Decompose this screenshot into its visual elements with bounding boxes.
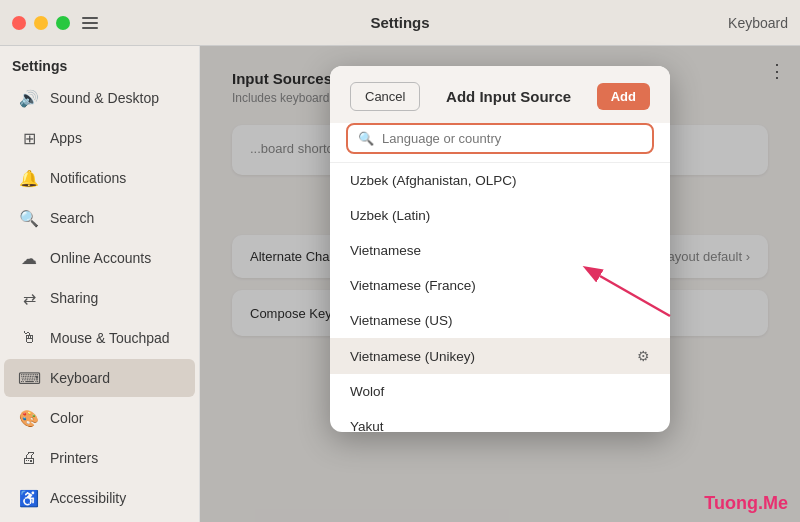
search-icon: 🔍	[20, 209, 38, 227]
sidebar-item-printers[interactable]: 🖨 Printers	[4, 439, 195, 477]
gear-icon[interactable]: ⚙	[637, 348, 650, 364]
sidebar-label-mouse: Mouse & Touchpad	[50, 330, 170, 346]
color-icon: 🎨	[20, 409, 38, 427]
sidebar-item-search[interactable]: 🔍 Search	[4, 199, 195, 237]
sidebar-item-accessibility[interactable]: ♿ Accessibility	[4, 479, 195, 517]
sidebar-item-keyboard[interactable]: ⌨ Keyboard	[4, 359, 195, 397]
dialog-overlay: Cancel Add Input Source Add 🔍 Uzbek (Afg…	[200, 46, 800, 522]
list-item-label: Uzbek (Afghanistan, OLPC)	[350, 173, 517, 188]
main-content: Input Sources Includes keyboard layouts …	[200, 0, 800, 522]
sidebar-item-sound[interactable]: 🔊 Sound & Desktop	[4, 79, 195, 117]
sidebar-item-notifications[interactable]: 🔔 Notifications	[4, 159, 195, 197]
minimize-button[interactable]	[34, 16, 48, 30]
sidebar-label-apps: Apps	[50, 130, 82, 146]
hamburger-menu[interactable]	[78, 13, 102, 33]
watermark: Tuong.Me	[704, 493, 788, 514]
add-button[interactable]: Add	[597, 83, 650, 110]
title-bar: Settings Keyboard	[0, 0, 800, 46]
keyboard-icon: ⌨	[20, 369, 38, 387]
sidebar-label-accessibility: Accessibility	[50, 490, 126, 506]
sidebar-item-color[interactable]: 🎨 Color	[4, 399, 195, 437]
notifications-icon: 🔔	[20, 169, 38, 187]
sidebar-item-online-accounts[interactable]: ☁ Online Accounts	[4, 239, 195, 277]
sidebar-label-notifications: Notifications	[50, 170, 126, 186]
list-item-label: Vietnamese (US)	[350, 313, 453, 328]
sidebar-label-color: Color	[50, 410, 83, 426]
online-accounts-icon: ☁	[20, 249, 38, 267]
dialog-header: Cancel Add Input Source Add	[330, 66, 670, 123]
list-item-vietnamese-unikey[interactable]: Vietnamese (Unikey) ⚙	[330, 338, 670, 374]
sidebar-label-sharing: Sharing	[50, 290, 98, 306]
apps-icon: ⊞	[20, 129, 38, 147]
language-search-input[interactable]	[382, 131, 642, 146]
keyboard-title: Keyboard	[728, 15, 788, 31]
sharing-icon: ⇄	[20, 289, 38, 307]
sidebar-label-sound: Sound & Desktop	[50, 90, 159, 106]
list-item-label: Vietnamese (France)	[350, 278, 476, 293]
sidebar-header: Settings	[0, 50, 199, 78]
window-title: Settings	[370, 14, 429, 31]
list-item-vietnamese[interactable]: Vietnamese	[330, 233, 670, 268]
printers-icon: 🖨	[20, 449, 38, 467]
list-item-yakut[interactable]: Yakut	[330, 409, 670, 432]
maximize-button[interactable]	[56, 16, 70, 30]
mouse-icon: 🖱	[20, 329, 38, 347]
window-controls	[12, 13, 102, 33]
list-item-label: Vietnamese (Unikey)	[350, 349, 475, 364]
list-item-uzbek-latin[interactable]: Uzbek (Latin)	[330, 198, 670, 233]
sound-icon: 🔊	[20, 89, 38, 107]
sidebar-item-sharing[interactable]: ⇄ Sharing	[4, 279, 195, 317]
sidebar-label-printers: Printers	[50, 450, 98, 466]
list-item-uzbek-afghanistan[interactable]: Uzbek (Afghanistan, OLPC)	[330, 163, 670, 198]
sidebar: Settings 🔊 Sound & Desktop ⊞ Apps 🔔 Noti…	[0, 0, 200, 522]
list-item-label: Yakut	[350, 419, 384, 432]
list-item-wolof[interactable]: Wolof	[330, 374, 670, 409]
sidebar-item-apps[interactable]: ⊞ Apps	[4, 119, 195, 157]
language-list[interactable]: Uzbek (Afghanistan, OLPC) Uzbek (Latin) …	[330, 162, 670, 432]
add-input-source-dialog: Cancel Add Input Source Add 🔍 Uzbek (Afg…	[330, 66, 670, 432]
accessibility-icon: ♿	[20, 489, 38, 507]
list-item-vietnamese-france[interactable]: Vietnamese (France)	[330, 268, 670, 303]
dialog-title: Add Input Source	[420, 88, 596, 105]
language-search-box[interactable]: 🔍	[346, 123, 654, 154]
list-item-label: Uzbek (Latin)	[350, 208, 430, 223]
list-item-vietnamese-us[interactable]: Vietnamese (US)	[330, 303, 670, 338]
settings-label: Settings	[12, 58, 67, 74]
search-icon-inner: 🔍	[358, 131, 374, 146]
header-right: Keyboard	[728, 15, 788, 31]
sidebar-label-search: Search	[50, 210, 94, 226]
list-item-label: Vietnamese	[350, 243, 421, 258]
cancel-button[interactable]: Cancel	[350, 82, 420, 111]
sidebar-item-mouse-touchpad[interactable]: 🖱 Mouse & Touchpad	[4, 319, 195, 357]
close-button[interactable]	[12, 16, 26, 30]
list-item-label: Wolof	[350, 384, 384, 399]
sidebar-label-keyboard: Keyboard	[50, 370, 110, 386]
sidebar-label-online-accounts: Online Accounts	[50, 250, 151, 266]
